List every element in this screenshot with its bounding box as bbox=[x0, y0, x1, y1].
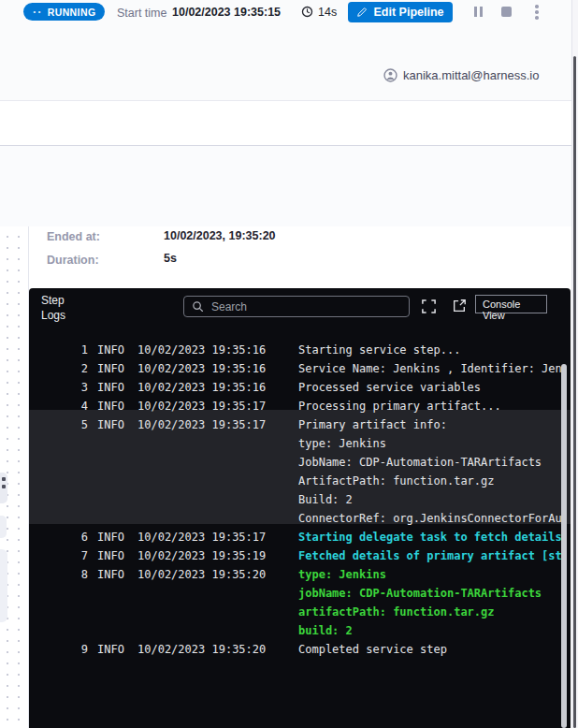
log-search-input[interactable] bbox=[210, 299, 401, 314]
pipeline-node-clipped[interactable] bbox=[0, 473, 7, 503]
log-line: 8INFO10/02/2023 19:35:20type: Jenkins bbox=[29, 565, 571, 584]
start-time-label: Start time bbox=[117, 7, 167, 20]
log-line-level: INFO bbox=[97, 400, 124, 413]
log-line-level: INFO bbox=[97, 643, 124, 656]
console-view-button[interactable]: Console View bbox=[475, 295, 547, 313]
pipeline-graph-area bbox=[0, 146, 571, 226]
log-line-message: Processing primary artifact... bbox=[298, 400, 567, 413]
kebab-menu-icon[interactable] bbox=[535, 5, 539, 8]
log-line-message: Primary artifact info: bbox=[298, 418, 567, 431]
log-line-level: INFO bbox=[97, 362, 124, 375]
page-scrollbar-thumb[interactable] bbox=[573, 56, 577, 728]
fullscreen-icon[interactable] bbox=[421, 298, 437, 314]
step-logs-panel: Step Logs Console View 1INFO10/02/2023 1… bbox=[29, 288, 571, 728]
log-line-number: 2 bbox=[41, 362, 88, 375]
log-line-message: type: Jenkins bbox=[298, 568, 567, 581]
log-line-number: 4 bbox=[41, 400, 88, 413]
log-line-message: jobName: CDP-Automation-TARArtifacts bbox=[298, 587, 567, 600]
node-text-mark bbox=[2, 477, 6, 481]
edit-pipeline-button[interactable]: Edit Pipeline bbox=[348, 2, 453, 22]
ended-at-label: Ended at: bbox=[47, 230, 100, 243]
log-line-number: 5 bbox=[41, 418, 88, 431]
log-search-box bbox=[183, 296, 410, 317]
top-bar: ·· RUNNING Start time 10/02/2023 19:35:1… bbox=[0, 0, 571, 101]
node-text-mark bbox=[2, 485, 6, 488]
log-line-time: 10/02/2023 19:35:16 bbox=[137, 362, 266, 375]
log-line-level: INFO bbox=[97, 549, 124, 562]
log-line: JobName: CDP-Automation-TARArtifacts bbox=[29, 453, 571, 472]
log-line: type: Jenkins bbox=[29, 434, 571, 453]
user-email[interactable]: kanika.mittal@harness.io bbox=[403, 68, 539, 82]
log-line: 9INFO10/02/2023 19:35:20Completed servic… bbox=[29, 640, 571, 659]
clock-icon bbox=[301, 6, 313, 18]
log-line: build: 2 bbox=[29, 621, 571, 640]
log-line: 5INFO10/02/2023 19:35:17Primary artifact… bbox=[29, 415, 571, 434]
elapsed-time: 14s bbox=[318, 6, 337, 19]
log-line-number: 7 bbox=[41, 549, 88, 562]
pause-icon[interactable] bbox=[474, 7, 477, 17]
log-line: Build: 2 bbox=[29, 490, 571, 509]
log-line: jobName: CDP-Automation-TARArtifacts bbox=[29, 584, 571, 603]
kebab-menu-icon[interactable] bbox=[535, 10, 539, 14]
duration-label: Duration: bbox=[47, 254, 99, 267]
log-scrollbar-thumb[interactable] bbox=[561, 364, 567, 728]
status-badge: ·· RUNNING bbox=[23, 3, 105, 21]
pencil-icon bbox=[356, 7, 368, 18]
log-line-time: 10/02/2023 19:35:17 bbox=[137, 531, 266, 544]
duration-value: 5s bbox=[164, 252, 177, 265]
log-line: 6INFO10/02/2023 19:35:17Starting delegat… bbox=[29, 528, 571, 546]
log-line: 4INFO10/02/2023 19:35:17Processing prima… bbox=[29, 397, 571, 415]
log-line-message: Completed service step bbox=[298, 643, 567, 656]
log-line-time: 10/02/2023 19:35:17 bbox=[137, 418, 266, 431]
pipeline-node-clipped[interactable] bbox=[0, 516, 7, 538]
log-line-message: ArtifactPath: function.tar.gz bbox=[298, 474, 567, 488]
log-line-level: INFO bbox=[97, 418, 124, 431]
user-avatar-icon bbox=[383, 68, 397, 82]
log-line-level: INFO bbox=[97, 381, 124, 394]
log-line-time: 10/02/2023 19:35:20 bbox=[137, 643, 266, 656]
log-line-number: 9 bbox=[41, 643, 88, 656]
step-details-panel: Ended at: 10/02/2023, 19:35:20 Duration:… bbox=[29, 226, 571, 288]
log-line-message: artifactPath: function.tar.gz bbox=[298, 605, 567, 619]
log-line-time: 10/02/2023 19:35:16 bbox=[137, 381, 266, 394]
log-line-message: Fetched details of primary artifact [st bbox=[298, 549, 567, 562]
console-view-row: Console View bbox=[0, 101, 571, 145]
kebab-menu-icon[interactable] bbox=[535, 16, 539, 20]
log-line-number: 1 bbox=[41, 343, 88, 357]
pipeline-graph-strip bbox=[0, 226, 29, 728]
pipeline-node-clipped[interactable] bbox=[0, 549, 7, 622]
log-line-message: ConnectorRef: org.JenkinsConnectorForAu bbox=[298, 512, 567, 525]
log-line: 7INFO10/02/2023 19:35:19Fetched details … bbox=[29, 546, 571, 565]
pause-icon[interactable] bbox=[480, 7, 483, 17]
log-line-message: Service Name: Jenkins , Identifier: Jen bbox=[298, 362, 567, 375]
log-line-message: Processed service variables bbox=[298, 381, 567, 394]
log-line-time: 10/02/2023 19:35:16 bbox=[137, 343, 266, 357]
log-line: ConnectorRef: org.JenkinsConnectorForAu bbox=[29, 509, 571, 528]
log-line-message: Starting service step... bbox=[298, 343, 567, 357]
log-line-message: JobName: CDP-Automation-TARArtifacts bbox=[298, 456, 567, 469]
pipeline-execution-page: ·· RUNNING Start time 10/02/2023 19:35:1… bbox=[0, 0, 578, 728]
start-time-value: 10/02/2023 19:35:15 bbox=[172, 6, 281, 19]
open-in-new-tab-icon[interactable] bbox=[452, 298, 467, 313]
running-dots-icon: ·· bbox=[33, 8, 43, 16]
log-line-message: type: Jenkins bbox=[298, 437, 567, 450]
ended-at-value: 10/02/2023, 19:35:20 bbox=[164, 229, 276, 242]
log-line-message: Build: 2 bbox=[298, 493, 567, 506]
step-logs-title: Step Logs bbox=[41, 293, 82, 323]
status-badge-label: RUNNING bbox=[48, 7, 96, 18]
search-icon bbox=[192, 300, 204, 313]
log-line: 2INFO10/02/2023 19:35:16Service Name: Je… bbox=[29, 359, 571, 378]
stop-icon[interactable] bbox=[501, 7, 512, 17]
log-line: artifactPath: function.tar.gz bbox=[29, 603, 571, 621]
log-line-message: Starting delegate task to fetch details bbox=[298, 531, 567, 544]
log-line: ArtifactPath: function.tar.gz bbox=[29, 472, 571, 490]
log-line: 1INFO10/02/2023 19:35:16Starting service… bbox=[29, 341, 571, 359]
log-line-time: 10/02/2023 19:35:20 bbox=[137, 568, 266, 581]
log-line: 3INFO10/02/2023 19:35:16Processed servic… bbox=[29, 378, 571, 397]
log-line-time: 10/02/2023 19:35:19 bbox=[137, 549, 266, 562]
log-line-message: build: 2 bbox=[298, 624, 567, 637]
edit-pipeline-label: Edit Pipeline bbox=[373, 6, 443, 19]
log-line-number: 3 bbox=[41, 381, 88, 394]
log-line-time: 10/02/2023 19:35:17 bbox=[137, 400, 266, 413]
log-line-number: 6 bbox=[41, 531, 88, 544]
